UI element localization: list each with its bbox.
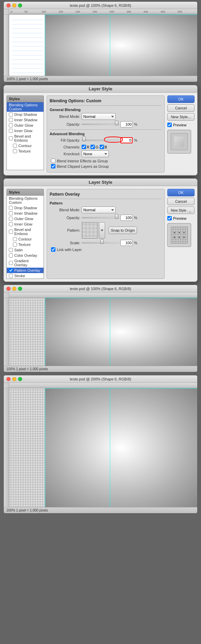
d2-check-outerglow[interactable] (9, 217, 13, 221)
d2-style-contour[interactable]: Contour (7, 236, 44, 242)
d2-style-innerglow[interactable]: Inner Glow (7, 221, 44, 227)
d2-blend-mode-select[interactable]: Normal (82, 207, 116, 213)
opacity-thumb[interactable] (115, 121, 118, 125)
d2-check-coloroverlay[interactable] (9, 253, 13, 257)
preview-check-1[interactable] (167, 123, 172, 127)
d2-style-satin[interactable]: Satin (7, 247, 44, 253)
d2-pattern-row: Pattern: Snap to Origin (50, 222, 162, 238)
d2-style-texture[interactable]: Texture (7, 242, 44, 247)
fill-opacity-input[interactable] (120, 137, 133, 143)
style-item-texture[interactable]: Texture (7, 148, 44, 154)
d2-style-blending[interactable]: Blending Options: Custom (7, 196, 44, 205)
d2-style-dropshadow[interactable]: Drop Shadow (7, 205, 44, 211)
style-item-label-outerglow: Outer Glow (14, 123, 33, 127)
snap-to-origin-btn[interactable]: Snap to Origin (108, 227, 137, 234)
d2-check-stroke[interactable] (9, 274, 13, 278)
dialog2-body: Styles Blending Options: Custom Drop Sha… (4, 186, 197, 282)
blend-clipped-check[interactable] (51, 164, 55, 168)
d2-style-coloroverlay[interactable]: Color Overlay (7, 253, 44, 258)
cancel-button-1[interactable]: Cancel (167, 104, 195, 112)
style-item-blending[interactable]: Blending Options: Custom (7, 102, 44, 112)
style-check-dropshadow[interactable] (9, 112, 13, 117)
fill-opacity-thumb[interactable] (82, 137, 86, 141)
paper-line-13 (12, 73, 43, 73)
d2-check-satin[interactable] (9, 248, 13, 252)
style-item-innerglow[interactable]: Inner Glow (7, 128, 44, 133)
d2-pattern-preview[interactable] (82, 222, 98, 238)
d2-opacity-thumb[interactable] (115, 214, 118, 219)
channel-g-label: G (96, 145, 99, 149)
d2-check-texture[interactable] (13, 243, 17, 247)
segment-window2: teste.psd @ 100% (Shape 6, RGB/8) (0, 283, 201, 374)
style-check-innershadow[interactable] (9, 118, 13, 122)
general-blending-title: General Blending (50, 108, 162, 112)
style-check-contour[interactable] (13, 144, 17, 148)
statusbar-text-1: 100% 1 pixel = 1.000 pixels (6, 77, 48, 81)
opacity-slider[interactable] (82, 122, 119, 126)
style-item-label-bevel: Bevel and Emboss (14, 134, 41, 142)
svg-text:200: 200 (76, 10, 80, 13)
ruler-left-2 (4, 298, 9, 366)
ok-button-1[interactable]: OK (167, 95, 195, 103)
d2-check-gradientoverlay[interactable] (9, 261, 13, 265)
d2-opacity-input[interactable] (120, 215, 133, 221)
preview-check-2[interactable] (167, 216, 172, 220)
d2-style-bevel[interactable]: Bevel and Emboss (7, 227, 44, 236)
cancel-button-2[interactable]: Cancel (167, 198, 195, 205)
style-check-texture[interactable] (13, 149, 17, 153)
d2-style-innershadow[interactable]: Inner Shadow (7, 211, 44, 216)
d2-scale-input[interactable] (120, 240, 133, 246)
style-item-bevel[interactable]: Bevel and Emboss (7, 133, 44, 143)
new-style-button-2[interactable]: New Style . _ (167, 207, 195, 214)
close-button-3[interactable] (6, 377, 11, 381)
d2-check-patternoverlay[interactable] (9, 268, 13, 272)
d2-label-blending: Blending Options: Custom (9, 196, 41, 204)
d2-pattern-arrow-btn[interactable] (99, 222, 105, 238)
d2-opacity-slider[interactable] (82, 216, 119, 220)
d2-scale-thumb[interactable] (100, 239, 104, 244)
styles-panel-header-1: Styles (6, 95, 44, 102)
style-check-innerglow[interactable] (9, 129, 13, 133)
style-item-contour[interactable]: Contour (7, 143, 44, 148)
d2-style-stroke[interactable]: Stroke (7, 273, 44, 279)
window3: teste.psd @ 200% (Shape 6, RGB/8) (3, 375, 198, 514)
d2-style-patternoverlay[interactable]: Pattern Overlay (7, 268, 44, 273)
style-item-label-blending: Blending Options: Custom (9, 103, 41, 111)
fill-opacity-slider[interactable] (82, 138, 119, 142)
blend-interior-check[interactable] (51, 159, 55, 163)
blend-mode-select[interactable]: Normal (82, 113, 116, 120)
canvas-area-2 (4, 298, 197, 366)
style-check-bevel[interactable] (9, 136, 13, 140)
close-button-1[interactable] (6, 3, 11, 7)
channel-g-check[interactable] (90, 145, 95, 149)
minimize-button-2[interactable] (12, 287, 16, 291)
d2-link-layer-check[interactable] (51, 247, 55, 252)
style-item-label-innershadow: Inner Shadow (14, 118, 37, 122)
preview-box-2 (167, 223, 191, 247)
d2-check-contour[interactable] (13, 237, 17, 241)
channel-b-check[interactable] (100, 145, 104, 149)
canvas-area-1 (4, 15, 197, 76)
minimize-button-3[interactable] (12, 377, 16, 381)
style-item-outerglow[interactable]: Outer Glow (7, 123, 44, 128)
maximize-button-2[interactable] (18, 287, 22, 291)
d2-check-dropshadow[interactable] (9, 206, 13, 210)
opacity-input[interactable] (120, 121, 133, 127)
d2-check-innershadow[interactable] (9, 211, 13, 215)
d2-style-outerglow[interactable]: Outer Glow (7, 216, 44, 221)
maximize-button-3[interactable] (18, 377, 22, 381)
style-check-outerglow[interactable] (9, 123, 13, 127)
d2-check-bevel[interactable] (9, 230, 13, 234)
d2-style-gradientoverlay[interactable]: Gradient Overlay (7, 258, 44, 268)
style-item-innershadow[interactable]: Inner Shadow (7, 117, 44, 123)
knockout-select[interactable]: None (82, 150, 109, 157)
d2-check-innerglow[interactable] (9, 222, 13, 226)
minimize-button-1[interactable] (12, 3, 16, 7)
d2-scale-slider[interactable] (82, 241, 119, 245)
channel-r-check[interactable] (82, 145, 86, 149)
close-button-2[interactable] (6, 287, 11, 291)
ok-button-2[interactable]: OK (167, 189, 195, 196)
new-style-button-1[interactable]: New Style... (167, 113, 195, 121)
style-item-dropshadow[interactable]: Drop Shadow (7, 112, 44, 117)
maximize-button-1[interactable] (18, 3, 22, 7)
